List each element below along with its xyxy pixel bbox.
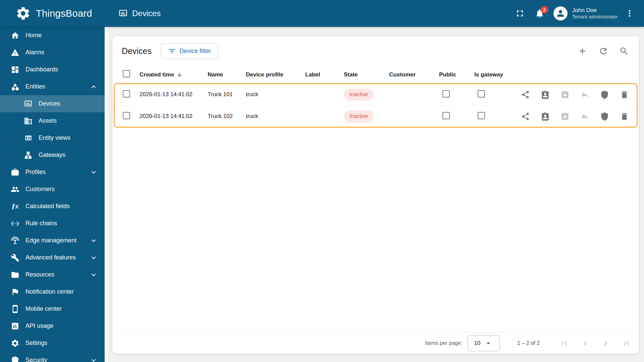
user-info[interactable]: John Doe Tenant administrator xyxy=(572,7,618,20)
sidebar-item-calculated-fields[interactable]: ƒx Calculated fields xyxy=(0,198,105,215)
sidebar-item-label: Calculated fields xyxy=(25,203,70,210)
refresh-button[interactable] xyxy=(598,46,608,56)
dashboards-icon xyxy=(10,65,20,74)
make-public-button[interactable] xyxy=(521,90,530,99)
warning-icon xyxy=(10,48,20,57)
sidebar-item-label: Entities xyxy=(25,83,45,90)
assign-to-customer-button[interactable] xyxy=(541,112,550,121)
sidebar-item-entity-views[interactable]: Entity views xyxy=(0,129,105,146)
page-title: Devices xyxy=(118,9,161,18)
sidebar-item-mobile-center[interactable]: Mobile center xyxy=(0,300,105,317)
first-page-button[interactable] xyxy=(560,339,570,348)
chevron-up-icon xyxy=(89,82,98,91)
search-button[interactable] xyxy=(619,46,629,56)
column-header-public[interactable]: Public xyxy=(439,71,474,78)
column-header-name[interactable]: Name xyxy=(208,71,246,78)
column-header-customer[interactable]: Customer xyxy=(389,71,439,78)
sidebar-item-label: Profiles xyxy=(25,169,46,176)
assign-to-customer-button[interactable] xyxy=(541,90,550,99)
column-header-created-time[interactable]: Created time xyxy=(140,71,208,78)
sidebar-item-api-usage[interactable]: API usage xyxy=(0,317,105,335)
sidebar-item-settings[interactable]: Settings xyxy=(0,335,105,352)
row-checkbox[interactable] xyxy=(123,112,130,119)
manage-credentials-button[interactable] xyxy=(600,90,609,99)
fullscreen-button[interactable] xyxy=(515,8,525,18)
delete-device-button[interactable] xyxy=(620,112,629,121)
chevron-right-icon xyxy=(601,339,610,348)
person-icon xyxy=(555,8,566,18)
previous-page-button[interactable] xyxy=(580,339,590,348)
select-all-checkbox[interactable] xyxy=(123,70,130,77)
entities-icon xyxy=(10,82,20,91)
sidebar-item-resources[interactable]: Resources xyxy=(0,266,105,283)
sidebar-item-profiles[interactable]: Profiles xyxy=(0,164,105,181)
more-menu-button[interactable] xyxy=(625,8,635,18)
search-icon xyxy=(619,46,629,56)
unassign-customer-icon xyxy=(560,112,570,121)
cell-device-profile: truck xyxy=(246,91,305,98)
sidebar-item-advanced-features[interactable]: Advanced features xyxy=(0,249,105,266)
delete-device-button[interactable] xyxy=(620,90,629,99)
items-per-page-value: 10 xyxy=(474,340,480,347)
last-page-button[interactable] xyxy=(621,339,631,348)
folder-icon xyxy=(10,270,20,279)
dropdown-caret-icon xyxy=(484,339,493,348)
row-checkbox[interactable] xyxy=(123,90,130,98)
unassign-from-customer-button[interactable] xyxy=(560,90,570,99)
share-icon xyxy=(521,90,530,99)
sidebar-item-security[interactable]: Security xyxy=(0,352,105,362)
sidebar-item-label: Security xyxy=(25,357,47,362)
next-page-button[interactable] xyxy=(601,339,610,348)
manage-credentials-button[interactable] xyxy=(600,112,609,121)
sidebar-item-notification-center[interactable]: Notification center xyxy=(0,283,105,300)
is-gateway-checkbox[interactable] xyxy=(478,90,485,98)
cell-created-time: 2026-01-13 14:41:02 xyxy=(140,91,208,98)
security-shield-icon xyxy=(600,90,609,99)
trash-icon xyxy=(620,112,629,121)
sidebar-item-assets[interactable]: Assets xyxy=(0,112,105,129)
public-checkbox[interactable] xyxy=(442,112,450,119)
device-filter-button[interactable]: Device filter xyxy=(161,43,218,59)
unassign-from-customer-button[interactable] xyxy=(560,112,570,121)
items-per-page-label: Items per page: xyxy=(425,340,462,346)
sidebar-item-customers[interactable]: Customers xyxy=(0,181,105,198)
sidebar-item-dashboards[interactable]: Dashboards xyxy=(0,61,105,78)
sidebar-item-label: Alarms xyxy=(25,49,44,56)
make-private-button[interactable] xyxy=(580,90,589,99)
sidebar-item-label: Advanced features xyxy=(25,254,76,261)
sidebar-item-gateways[interactable]: Gateways xyxy=(0,146,105,164)
assets-icon xyxy=(23,117,33,125)
state-badge: Inactive xyxy=(344,110,374,122)
sidebar-item-entities[interactable]: Entities xyxy=(0,78,105,95)
user-name: John Doe xyxy=(572,7,618,14)
sidebar-item-home[interactable]: Home xyxy=(0,27,105,44)
table-row[interactable]: 2026-01-13 14:41:02 Truck 101 truck Inac… xyxy=(112,84,639,106)
sidebar: Home Alarms Dashboards Entities Devices … xyxy=(0,27,105,362)
add-device-button[interactable] xyxy=(578,46,587,56)
column-header-is-gateway[interactable]: Is gateway xyxy=(474,71,519,78)
sidebar-scrollbar[interactable] xyxy=(105,27,108,362)
topbar: ThingsBoard Devices 2 John Doe Tenant ad… xyxy=(0,0,644,27)
brand[interactable]: ThingsBoard xyxy=(15,6,118,21)
is-gateway-checkbox[interactable] xyxy=(478,112,485,119)
sidebar-item-rule-chains[interactable]: Rule chains xyxy=(0,215,105,232)
column-header-state[interactable]: State xyxy=(344,71,389,78)
thingsboard-logo-icon xyxy=(15,6,31,21)
sidebar-item-label: Customers xyxy=(25,186,55,193)
items-per-page-select[interactable]: 10 xyxy=(468,335,500,351)
column-header-device-profile[interactable]: Device profile xyxy=(246,71,305,78)
column-header-label[interactable]: Label xyxy=(305,71,344,78)
make-private-button[interactable] xyxy=(580,112,589,121)
notification-badge: 2 xyxy=(541,6,548,13)
table-empty-space xyxy=(112,127,639,333)
flag-icon xyxy=(10,288,20,296)
make-public-button[interactable] xyxy=(521,112,530,121)
table-row[interactable]: 2026-01-13 14:41:02 Truck 102 truck Inac… xyxy=(112,106,639,127)
public-checkbox[interactable] xyxy=(442,90,450,98)
avatar[interactable] xyxy=(553,6,568,20)
unassign-customer-icon xyxy=(560,90,570,99)
sidebar-item-devices[interactable]: Devices xyxy=(0,95,105,112)
sidebar-item-alarms[interactable]: Alarms xyxy=(0,44,105,61)
sidebar-item-edge-management[interactable]: Edge management xyxy=(0,232,105,249)
notifications-button[interactable]: 2 xyxy=(535,8,545,18)
